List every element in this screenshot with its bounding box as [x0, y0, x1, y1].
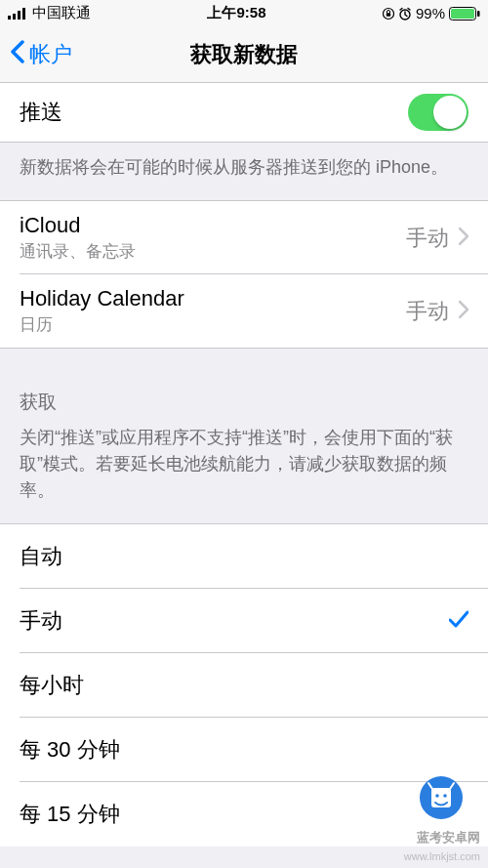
account-value: 手动 [406, 297, 449, 326]
account-row-holiday[interactable]: Holiday Calendar 日历 手动 [0, 274, 488, 348]
battery-percent: 99% [416, 5, 445, 21]
watermark-logo [402, 765, 480, 823]
status-right: 99% [383, 5, 480, 21]
fetch-option-manual[interactable]: 手动 [0, 589, 488, 653]
svg-rect-1 [13, 14, 16, 20]
account-subtitle: 日历 [20, 313, 406, 336]
fetch-option-label: 每 15 分钟 [20, 800, 468, 829]
fetch-option-auto[interactable]: 自动 [0, 524, 488, 589]
battery-icon [449, 7, 480, 21]
push-label: 推送 [20, 98, 408, 127]
push-footer: 新数据将会在可能的时候从服务器推送到您的 iPhone。 [0, 143, 488, 200]
watermark-url: www.lmkjst.com [404, 850, 480, 862]
svg-rect-2 [18, 11, 20, 20]
alarm-icon [398, 7, 412, 21]
svg-rect-5 [386, 13, 390, 16]
svg-rect-3 [22, 8, 25, 20]
nav-bar: 帐户 获取新数据 [0, 26, 488, 83]
fetch-option-hourly[interactable]: 每小时 [0, 653, 488, 718]
lock-icon [383, 7, 394, 21]
push-section: 推送 [0, 83, 488, 143]
svg-rect-9 [477, 11, 480, 17]
svg-point-13 [443, 794, 447, 798]
chevron-right-icon [459, 227, 468, 249]
push-row[interactable]: 推送 [0, 83, 488, 142]
fetch-option-label: 自动 [20, 542, 468, 571]
account-title: Holiday Calendar [20, 286, 406, 311]
accounts-section: iCloud 通讯录、备忘录 手动 Holiday Calendar 日历 手动 [0, 200, 488, 349]
toggle-knob [433, 96, 467, 129]
checkmark-icon [449, 608, 468, 634]
fetch-header: 获取 [0, 349, 488, 425]
fetch-option-label: 每 30 分钟 [20, 735, 468, 765]
svg-rect-8 [451, 9, 474, 19]
fetch-option-label: 每小时 [20, 671, 468, 700]
account-row-icloud[interactable]: iCloud 通讯录、备忘录 手动 [0, 201, 488, 274]
signal-icon [8, 8, 27, 20]
fetch-footer: 关闭“推送”或应用程序不支持“推送”时，会使用下面的“获取”模式。若要延长电池续… [0, 425, 488, 523]
svg-rect-0 [8, 16, 11, 20]
back-label: 帐户 [29, 40, 72, 69]
svg-point-12 [435, 794, 439, 798]
account-subtitle: 通讯录、备忘录 [20, 240, 406, 263]
status-time: 上午9:58 [207, 4, 265, 22]
watermark-name: 蓝考安卓网 [417, 829, 480, 847]
account-value: 手动 [406, 224, 449, 253]
account-title: iCloud [20, 213, 406, 238]
back-button[interactable]: 帐户 [10, 40, 72, 69]
chevron-right-icon [459, 301, 468, 322]
fetch-option-label: 手动 [20, 606, 449, 636]
status-bar: 中国联通 上午9:58 99% [0, 0, 488, 26]
nav-title: 获取新数据 [0, 40, 488, 69]
back-chevron-icon [10, 40, 25, 69]
status-left: 中国联通 [8, 4, 91, 22]
push-toggle[interactable] [408, 94, 468, 131]
carrier-label: 中国联通 [32, 4, 91, 22]
